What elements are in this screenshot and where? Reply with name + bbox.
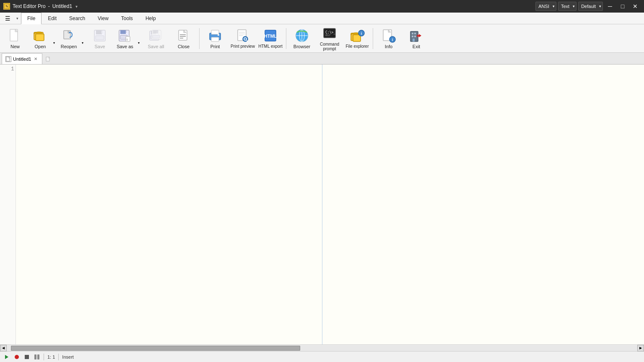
print-preview-button[interactable]: Print preview bbox=[229, 26, 256, 51]
command-prompt-button[interactable]: C:\>_ dir Command prompt bbox=[316, 26, 343, 51]
exit-icon bbox=[409, 28, 424, 43]
close-button[interactable]: ✕ bbox=[630, 2, 641, 11]
save-as-label: Save as bbox=[117, 44, 133, 49]
svg-text:HTML: HTML bbox=[264, 34, 277, 39]
app-icon: ✎ bbox=[3, 3, 10, 10]
title-text: Text Editor Pro bbox=[13, 3, 46, 9]
hamburger-icon: ☰ bbox=[5, 15, 10, 22]
open-group: Open ▾ bbox=[29, 26, 57, 51]
file-explorer-icon: i bbox=[350, 28, 365, 43]
hamburger-button[interactable]: ☰ bbox=[2, 13, 13, 24]
svg-text:i: i bbox=[361, 31, 362, 36]
save-button[interactable]: Save bbox=[86, 26, 113, 51]
separator-3 bbox=[373, 28, 373, 49]
file-explorer-button[interactable]: i File explorer bbox=[344, 26, 371, 51]
title-bar-left: ✎ Text Editor Pro - Untitled1 ▾ bbox=[3, 3, 78, 10]
menu-tab-edit[interactable]: Edit bbox=[42, 13, 63, 24]
svg-rect-23 bbox=[153, 30, 158, 34]
save-icon bbox=[92, 28, 107, 43]
svg-rect-24 bbox=[153, 35, 160, 38]
menu-tab-file[interactable]: File bbox=[21, 13, 42, 24]
svg-rect-16 bbox=[126, 31, 127, 33]
menu-bar: ☰ ▾ File Edit Search View Tools Help bbox=[0, 13, 644, 24]
cursor-position: 1: 1 bbox=[47, 354, 55, 359]
close-toolbar-button[interactable]: Close bbox=[170, 26, 197, 51]
open-label: Open bbox=[35, 44, 46, 49]
browser-icon bbox=[294, 28, 309, 43]
document-tab-close-button[interactable]: ✕ bbox=[33, 56, 39, 62]
save-as-icon: I bbox=[117, 28, 132, 43]
svg-text:I: I bbox=[127, 38, 127, 41]
line-numbers: 1 bbox=[0, 65, 16, 344]
file-explorer-label: File explorer bbox=[345, 44, 369, 49]
print-icon bbox=[208, 28, 223, 43]
maximize-button[interactable]: □ bbox=[617, 2, 628, 11]
new-tab-button[interactable] bbox=[43, 54, 53, 64]
menu-tab-tools[interactable]: Tools bbox=[115, 13, 139, 24]
scroll-right-button[interactable]: ▶ bbox=[637, 345, 644, 352]
status-separator-2 bbox=[58, 354, 59, 360]
menu-tab-help[interactable]: Help bbox=[139, 13, 162, 24]
play-icon[interactable] bbox=[3, 354, 10, 360]
scrollbar-thumb[interactable] bbox=[11, 346, 300, 351]
svg-text:dir: dir bbox=[325, 34, 331, 37]
theme-dropdown[interactable]: Default bbox=[578, 2, 603, 11]
record-icon[interactable] bbox=[13, 354, 20, 360]
scrollbar-track[interactable] bbox=[7, 345, 637, 351]
svg-rect-61 bbox=[414, 33, 416, 34]
editor-textarea-left[interactable] bbox=[16, 65, 322, 344]
open-dropdown-arrow[interactable]: ▾ bbox=[51, 26, 57, 51]
svg-rect-62 bbox=[412, 36, 413, 37]
save-all-icon bbox=[148, 28, 164, 43]
browser-button[interactable]: Browser bbox=[288, 26, 315, 51]
svg-rect-12 bbox=[101, 31, 103, 34]
title-dropdown-arrow[interactable]: ▾ bbox=[75, 4, 78, 9]
reopen-button[interactable]: Reopen bbox=[58, 26, 80, 51]
encoding-dropdown[interactable]: ANSI bbox=[535, 2, 556, 11]
editor-textarea-right[interactable] bbox=[322, 65, 644, 344]
html-export-button[interactable]: HTML HTML export bbox=[257, 26, 284, 51]
exit-button[interactable]: Exit bbox=[403, 26, 430, 51]
menu-tab-view[interactable]: View bbox=[91, 13, 115, 24]
svg-rect-31 bbox=[211, 30, 219, 34]
menu-dropdown-arrow[interactable]: ▾ bbox=[13, 13, 21, 24]
print-button[interactable]: Print bbox=[202, 26, 229, 51]
macro-icon[interactable] bbox=[34, 354, 40, 360]
svg-rect-33 bbox=[218, 34, 219, 36]
tab-bar: Untitled1 ✕ bbox=[0, 53, 644, 65]
editor-left-pane: 1 bbox=[0, 65, 322, 344]
info-button[interactable]: i Info bbox=[375, 26, 402, 51]
theme-label: Default bbox=[581, 4, 596, 9]
title-bar: ✎ Text Editor Pro - Untitled1 ▾ ANSI Tex… bbox=[0, 0, 644, 13]
menu-tab-search[interactable]: Search bbox=[63, 13, 91, 24]
title-bar-right: ANSI Text Default ─ □ ✕ bbox=[535, 2, 641, 11]
reopen-dropdown-arrow[interactable]: ▾ bbox=[80, 26, 86, 51]
new-label: New bbox=[10, 44, 20, 49]
info-icon: i bbox=[381, 28, 396, 43]
save-all-button[interactable]: Save all bbox=[143, 26, 169, 51]
svg-marker-72 bbox=[5, 355, 8, 359]
scroll-left-button[interactable]: ◀ bbox=[0, 345, 7, 352]
reopen-label: Reopen bbox=[61, 44, 77, 49]
open-icon bbox=[33, 28, 48, 43]
svg-rect-25 bbox=[179, 30, 187, 40]
save-as-dropdown-arrow[interactable]: ▾ bbox=[136, 26, 142, 51]
document-tab-icon bbox=[5, 56, 11, 62]
svg-rect-76 bbox=[37, 354, 39, 359]
save-all-label: Save all bbox=[148, 44, 164, 49]
document-tab-label: Untitled1 bbox=[13, 57, 31, 62]
svg-text:i: i bbox=[392, 38, 393, 42]
new-button[interactable]: New bbox=[2, 26, 29, 51]
svg-rect-5 bbox=[36, 34, 44, 41]
open-button[interactable]: Open bbox=[29, 26, 51, 51]
edit-mode: Insert bbox=[62, 354, 74, 359]
stop-icon[interactable] bbox=[23, 354, 30, 360]
save-as-button[interactable]: I Save as bbox=[114, 26, 136, 51]
browser-label: Browser bbox=[293, 44, 310, 49]
document-tab-untitled1[interactable]: Untitled1 ✕ bbox=[2, 53, 42, 64]
minimize-button[interactable]: ─ bbox=[605, 2, 615, 11]
type-dropdown[interactable]: Text bbox=[558, 2, 576, 11]
dropdown-icon: ▾ bbox=[16, 16, 18, 21]
svg-rect-66 bbox=[417, 35, 421, 36]
title-doc-name: Untitled1 bbox=[52, 3, 72, 9]
